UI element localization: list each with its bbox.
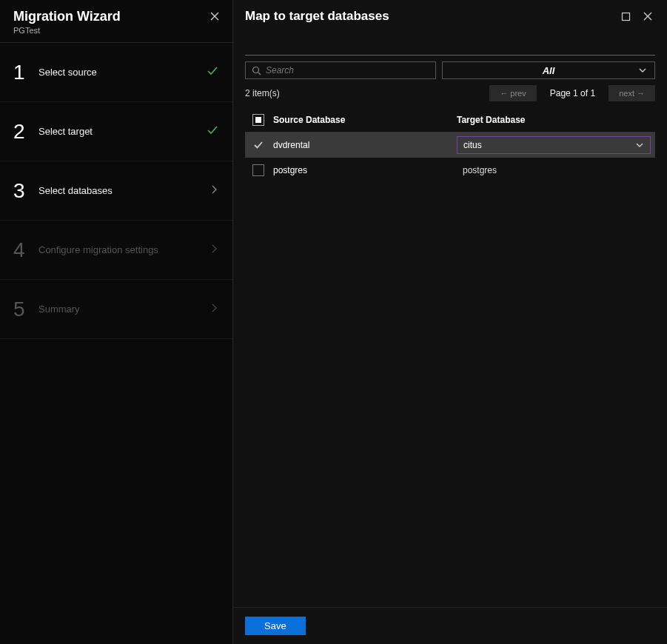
- chevron-right-icon: [209, 244, 219, 257]
- check-icon: [252, 139, 264, 151]
- wizard-sidebar: Migration Wizard PGTest 1 Select source …: [0, 0, 233, 644]
- next-button[interactable]: next →: [609, 85, 655, 101]
- step-label: Select source: [38, 67, 97, 78]
- maximize-icon[interactable]: [618, 9, 633, 24]
- svg-point-1: [253, 67, 259, 73]
- page-indicator: Page 1 of 1: [537, 88, 609, 98]
- svg-rect-0: [622, 13, 629, 20]
- sidebar-header: Migration Wizard PGTest: [0, 0, 232, 43]
- step-number: 2: [13, 120, 38, 144]
- content-area: All 2 item(s) ← prev Page 1 of 1 next → …: [233, 33, 667, 607]
- step-number: 3: [13, 179, 38, 203]
- source-db-cell: dvdrental: [272, 140, 457, 150]
- target-db-value: postgres: [457, 165, 655, 175]
- source-column-header: Source Database: [272, 115, 457, 125]
- search-field[interactable]: [266, 65, 429, 76]
- step-summary[interactable]: 5 Summary: [0, 280, 232, 339]
- main-header: Map to target databases: [233, 0, 667, 33]
- sidebar-title: Migration Wizard: [13, 9, 219, 24]
- row-checkbox[interactable]: [245, 139, 272, 151]
- step-label: Summary: [38, 303, 80, 315]
- step-number: 1: [13, 61, 38, 84]
- step-select-source[interactable]: 1 Select source: [0, 43, 232, 102]
- sidebar-subtitle: PGTest: [13, 26, 219, 35]
- main-panel: Map to target databases All 2 item(s) ← …: [233, 0, 667, 644]
- select-all-checkbox[interactable]: [245, 114, 272, 126]
- chevron-down-icon: [638, 66, 647, 75]
- search-icon: [252, 66, 261, 76]
- chevron-right-icon: [209, 303, 219, 316]
- step-number: 4: [13, 238, 38, 262]
- chevron-down-icon: [635, 141, 644, 150]
- close-icon[interactable]: [640, 9, 655, 24]
- search-input[interactable]: [245, 61, 436, 79]
- target-db-dropdown[interactable]: citus: [457, 136, 651, 154]
- item-count: 2 item(s): [245, 88, 489, 98]
- row-checkbox[interactable]: [245, 164, 272, 176]
- filter-dropdown[interactable]: All: [442, 61, 655, 79]
- check-icon: [206, 64, 219, 81]
- page-title: Map to target databases: [245, 9, 611, 24]
- step-select-target[interactable]: 2 Select target: [0, 102, 232, 161]
- step-select-databases[interactable]: 3 Select databases: [0, 161, 232, 221]
- database-table: Source Database Target Database dvdrenta…: [245, 107, 655, 183]
- footer: Save: [233, 607, 667, 644]
- step-configure-settings[interactable]: 4 Configure migration settings: [0, 221, 232, 280]
- step-number: 5: [13, 298, 38, 321]
- toolbar: All: [245, 55, 655, 79]
- step-label: Select target: [38, 126, 93, 137]
- step-label: Select databases: [38, 185, 113, 196]
- table-row[interactable]: postgres postgres: [245, 158, 655, 183]
- step-label: Configure migration settings: [38, 244, 158, 255]
- table-row[interactable]: dvdrental citus: [245, 133, 655, 158]
- filter-label: All: [543, 65, 555, 76]
- save-button[interactable]: Save: [245, 617, 306, 635]
- close-icon[interactable]: [207, 9, 222, 24]
- prev-button[interactable]: ← prev: [489, 85, 536, 101]
- source-db-cell: postgres: [272, 165, 457, 175]
- pager: 2 item(s) ← prev Page 1 of 1 next →: [245, 84, 655, 103]
- check-icon: [206, 124, 219, 140]
- target-column-header: Target Database: [457, 115, 655, 125]
- table-header: Source Database Target Database: [245, 107, 655, 133]
- target-db-value: citus: [463, 140, 482, 150]
- chevron-right-icon: [209, 184, 219, 198]
